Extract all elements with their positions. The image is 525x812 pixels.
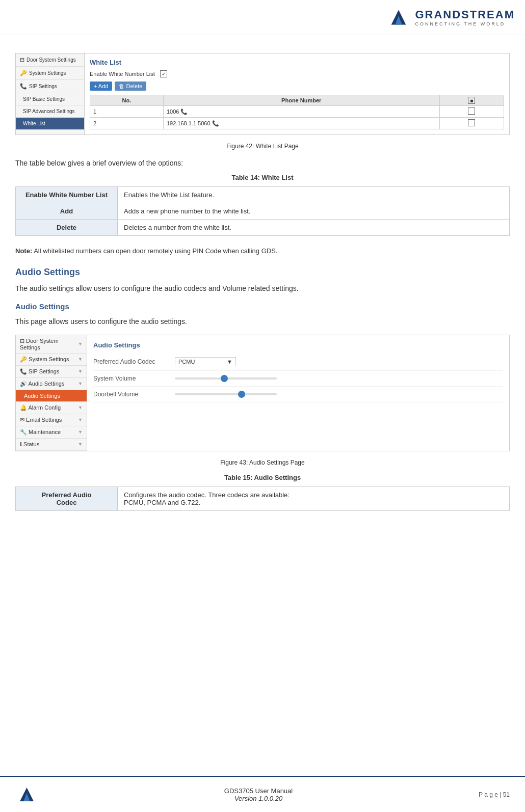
table-row: 1 1006 📞 bbox=[90, 106, 504, 118]
sidebar-item-system[interactable]: 🔑 System Settings ▼ bbox=[16, 354, 87, 366]
chevron-down-icon: ▼ bbox=[78, 369, 83, 374]
row-label: Delete bbox=[16, 220, 118, 236]
footer-logo-icon bbox=[15, 783, 38, 806]
whitelist-intro: The table below gives a brief overview o… bbox=[15, 157, 510, 169]
header-checkbox[interactable]: ■ bbox=[468, 97, 475, 104]
note-content: All whitelisted numbers can open door re… bbox=[34, 247, 277, 255]
row-desc: Enables the White List feature. bbox=[118, 187, 510, 203]
enable-white-number-label: Enable White Number List bbox=[90, 71, 155, 77]
chevron-down-icon: ▼ bbox=[78, 429, 83, 435]
row-phone: 1006 📞 bbox=[163, 106, 439, 118]
brand-tagline: CONNECTING THE WORLD bbox=[415, 21, 515, 26]
sidebar-item-sip-advanced[interactable]: SIP Advanced Settings bbox=[16, 105, 84, 118]
system-volume-slider[interactable] bbox=[175, 377, 277, 380]
logo-text: GRANDSTREAM CONNECTING THE WORLD bbox=[415, 8, 515, 26]
whitelist-table: No. Phone Number ■ 1 1006 📞 bbox=[90, 95, 504, 129]
slider-thumb bbox=[238, 391, 245, 398]
system-volume-row: System Volume bbox=[93, 371, 503, 387]
chevron-down-icon: ▼ bbox=[78, 357, 83, 362]
sidebar-item-sip-basic[interactable]: SIP Basic Settings bbox=[16, 93, 84, 105]
phone-icon: 📞 bbox=[20, 83, 27, 90]
sidebar-item-system[interactable]: 🔑 System Settings bbox=[16, 67, 84, 80]
audio-ui-mockup: ⊟ Door System Settings ▼ 🔑 System Settin… bbox=[15, 335, 510, 451]
doorbell-volume-slider[interactable] bbox=[175, 393, 277, 395]
page-header: GRANDSTREAM CONNECTING THE WORLD bbox=[0, 0, 525, 35]
sidebar-item-door-system[interactable]: ⊟ Door System Settings bbox=[16, 53, 84, 67]
sidebar-item-status[interactable]: ℹ Status ▼ bbox=[16, 439, 87, 451]
row-checkbox[interactable] bbox=[468, 119, 475, 126]
preferred-codec-value: PCMU ▼ bbox=[175, 357, 503, 366]
footer-center: GDS3705 User Manual Version 1.0.0.20 bbox=[38, 787, 479, 802]
doc-version: Version 1.0.0.20 bbox=[38, 795, 479, 802]
sidebar-item-whitelist[interactable]: White List bbox=[16, 118, 84, 130]
audio-settings-heading: Audio Settings bbox=[15, 267, 510, 278]
row-desc: Deletes a number from the white list. bbox=[118, 220, 510, 236]
audio-panel-title: Audio Settings bbox=[93, 341, 503, 349]
enable-checkbox[interactable]: ✓ bbox=[160, 70, 167, 77]
audio-settings-intro: The audio settings allow users to config… bbox=[15, 283, 510, 294]
audio-main-panel: Audio Settings Preferred Audio Codec PCM… bbox=[87, 335, 509, 451]
page-footer: GDS3705 User Manual Version 1.0.0.20 P a… bbox=[0, 776, 525, 812]
page-number: P a g e | 51 bbox=[479, 791, 510, 798]
doc-title: GDS3705 User Manual bbox=[38, 787, 479, 795]
main-content: ⊟ Door System Settings 🔑 System Settings… bbox=[0, 35, 525, 531]
delete-button[interactable]: 🗑 Delete bbox=[115, 82, 146, 91]
whitelist-main-panel: White List Enable White Number List ✓ + … bbox=[85, 53, 509, 134]
add-button[interactable]: + Add bbox=[90, 82, 112, 91]
codec-value: PCMU bbox=[178, 359, 195, 365]
whitelist-sidebar: ⊟ Door System Settings 🔑 System Settings… bbox=[16, 53, 85, 134]
col-no: No. bbox=[90, 95, 164, 106]
audio-settings-subintro: This page allows users to configure the … bbox=[15, 316, 510, 327]
whitelist-panel-title: White List bbox=[90, 59, 504, 66]
doorbell-volume-value bbox=[175, 393, 503, 395]
whitelist-desc-table: Enable White Number List Enables the Whi… bbox=[15, 186, 510, 236]
enable-white-number-row: Enable White Number List ✓ bbox=[90, 70, 504, 77]
sidebar-item-audio-parent[interactable]: 🔊 Audio Settings ▼ bbox=[16, 378, 87, 390]
row-label: Preferred AudioCodec bbox=[16, 486, 118, 510]
sidebar-item-sip[interactable]: 📞 SIP Settings ▼ bbox=[16, 366, 87, 378]
table-row: Preferred AudioCodec Configures the audi… bbox=[16, 486, 510, 510]
col-phone: Phone Number bbox=[163, 95, 439, 106]
row-label: Add bbox=[16, 203, 118, 220]
table14-caption: Table 14: White List bbox=[15, 174, 510, 181]
audio-settings-subheading: Audio Settings bbox=[15, 302, 510, 311]
chevron-down-icon: ▼ bbox=[227, 359, 232, 365]
figure42-caption: Figure 42: White List Page bbox=[15, 143, 510, 150]
doorbell-volume-label: Doorbell Volume bbox=[93, 391, 175, 398]
table15-caption: Table 15: Audio Settings bbox=[15, 474, 510, 481]
note-label: Note: bbox=[15, 247, 32, 255]
preferred-codec-label: Preferred Audio Codec bbox=[93, 358, 175, 365]
sidebar-item-sip[interactable]: 📞 SIP Settings bbox=[16, 80, 84, 93]
brand-name: GRANDSTREAM bbox=[415, 8, 515, 21]
system-volume-value bbox=[175, 377, 503, 380]
sidebar-item-maintenance[interactable]: 🔧 Maintenance ▼ bbox=[16, 426, 87, 439]
row-checkbox-cell bbox=[439, 106, 504, 118]
logo: GRANDSTREAM CONNECTING THE WORLD bbox=[386, 5, 515, 30]
row-label: Enable White Number List bbox=[16, 187, 118, 203]
chevron-down-icon: ▼ bbox=[78, 405, 83, 410]
chevron-down-icon: ▼ bbox=[78, 442, 83, 447]
slider-thumb bbox=[221, 375, 228, 382]
sidebar-item-audio-active[interactable]: Audio Settings bbox=[16, 390, 87, 402]
row-phone: 192.168.1.1:5060 📞 bbox=[163, 118, 439, 129]
row-checkbox[interactable] bbox=[468, 107, 475, 115]
row-checkbox-cell bbox=[439, 118, 504, 129]
chevron-down-icon: ▼ bbox=[78, 381, 83, 386]
key-icon: 🔑 bbox=[20, 70, 27, 76]
system-volume-label: System Volume bbox=[93, 375, 175, 382]
chevron-down-icon: ▼ bbox=[78, 417, 83, 422]
sidebar-item-door[interactable]: ⊟ Door System Settings ▼ bbox=[16, 335, 87, 354]
table-row: Enable White Number List Enables the Whi… bbox=[16, 187, 510, 203]
audio-desc-table: Preferred AudioCodec Configures the audi… bbox=[15, 486, 510, 511]
grandstream-logo-icon bbox=[386, 5, 411, 30]
codec-select[interactable]: PCMU ▼ bbox=[175, 357, 236, 366]
whitelist-ui-mockup: ⊟ Door System Settings 🔑 System Settings… bbox=[15, 53, 510, 135]
sidebar-item-email[interactable]: ✉ Email Settings ▼ bbox=[16, 414, 87, 426]
chevron-down-icon: ▼ bbox=[78, 341, 83, 346]
table-row: Add Adds a new phone number to the white… bbox=[16, 203, 510, 220]
whitelist-note: Note: All whitelisted numbers can open d… bbox=[15, 246, 510, 257]
sidebar-item-alarm[interactable]: 🔔 Alarm Config ▼ bbox=[16, 402, 87, 414]
figure43-caption: Figure 43: Audio Settings Page bbox=[15, 459, 510, 466]
doorbell-volume-row: Doorbell Volume bbox=[93, 387, 503, 402]
table-row: Delete Deletes a number from the white l… bbox=[16, 220, 510, 236]
